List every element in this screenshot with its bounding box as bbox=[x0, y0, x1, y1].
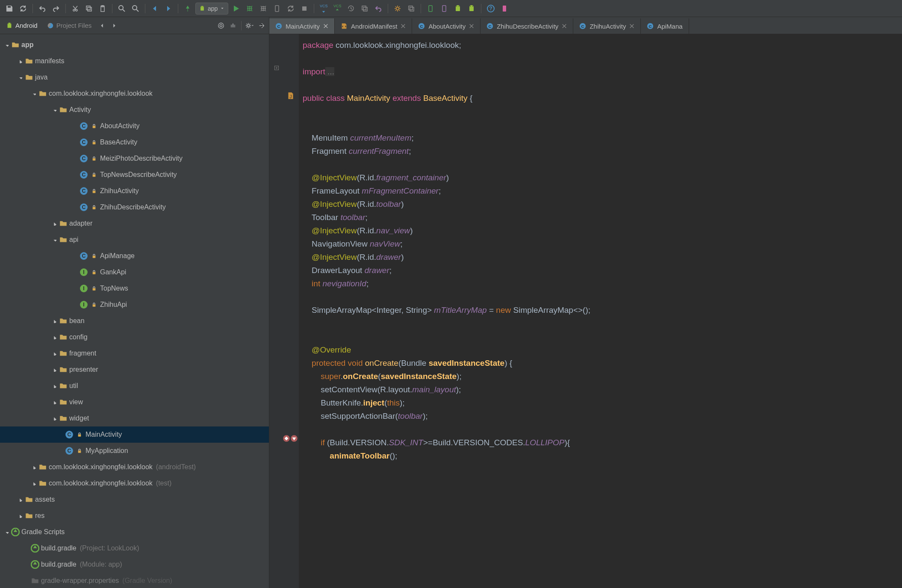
tree-node-build-gradle-project[interactable]: build.gradle(Project: LookLook) bbox=[0, 540, 269, 556]
hide-panel-button[interactable] bbox=[256, 20, 267, 31]
save-button[interactable] bbox=[3, 3, 15, 15]
tree-node-manifests[interactable]: manifests bbox=[0, 53, 269, 69]
debug-button[interactable] bbox=[244, 3, 256, 15]
tree-node-package-main[interactable]: com.looklook.xinghongfei.looklook bbox=[0, 85, 269, 102]
close-icon[interactable] bbox=[629, 24, 634, 29]
tab-manifest[interactable]: AndroidManifest bbox=[335, 18, 412, 34]
close-icon[interactable] bbox=[323, 24, 328, 29]
tree-node-fragment[interactable]: fragment bbox=[0, 345, 269, 362]
separator bbox=[481, 4, 481, 13]
tab-mainactivity[interactable]: CMainActivity bbox=[269, 18, 335, 34]
tree-label: widget bbox=[69, 415, 89, 422]
tree-node-app[interactable]: app bbox=[0, 37, 269, 53]
device-button[interactable] bbox=[438, 3, 450, 15]
run-button[interactable] bbox=[230, 3, 242, 15]
impl-down-icon[interactable] bbox=[290, 434, 298, 443]
tree-node-view[interactable]: view bbox=[0, 394, 269, 410]
tab-apimana[interactable]: CApiMana bbox=[641, 18, 689, 34]
tree-node-topnews-activity[interactable]: TopNewsDescribeActivity bbox=[0, 167, 269, 183]
sync-button[interactable] bbox=[17, 3, 29, 15]
rerun-button[interactable] bbox=[285, 3, 297, 15]
tree-node-zhihu-activity[interactable]: ZhihuActivity bbox=[0, 183, 269, 199]
separator bbox=[314, 4, 314, 13]
tree-node-zhihudesc-activity[interactable]: ZhihuDescribeActivity bbox=[0, 199, 269, 215]
device-monitor-button[interactable] bbox=[498, 3, 510, 15]
view-settings-button[interactable] bbox=[244, 20, 255, 31]
tree-node-package-test[interactable]: com.looklook.xinghongfei.looklook(test) bbox=[0, 475, 269, 491]
run-config-selector[interactable]: app bbox=[195, 3, 228, 15]
scroll-right-button[interactable] bbox=[109, 20, 120, 31]
tree-node-gradle-wrapper[interactable]: gradle-wrapper.properties(Gradle Version… bbox=[0, 573, 269, 588]
close-icon[interactable] bbox=[469, 24, 474, 29]
tab-android[interactable]: Android bbox=[2, 19, 42, 32]
fold-icon[interactable] bbox=[274, 65, 280, 71]
tab-zhihudesc[interactable]: CZhihuDescribeActivity bbox=[480, 18, 573, 34]
tree-node-about-activity[interactable]: AboutActivity bbox=[0, 118, 269, 134]
tree-node-gradle-scripts[interactable]: Gradle Scripts bbox=[0, 524, 269, 540]
tree-node-presenter[interactable]: presenter bbox=[0, 362, 269, 378]
copy-button[interactable] bbox=[83, 3, 95, 15]
project-structure-button[interactable] bbox=[392, 3, 404, 15]
project-tree: app manifests java com.looklook.xinghong… bbox=[0, 34, 269, 588]
find-button[interactable] bbox=[116, 3, 128, 15]
tree-node-api[interactable]: api bbox=[0, 232, 269, 248]
tree-node-bean[interactable]: bean bbox=[0, 313, 269, 329]
tree-node-base-activity[interactable]: BaseActivity bbox=[0, 134, 269, 150]
nav-forward-button[interactable] bbox=[162, 3, 174, 15]
tree-node-java[interactable]: java bbox=[0, 69, 269, 85]
tree-node-mainactivity[interactable]: MainActivity bbox=[0, 426, 269, 443]
tab-zhihu[interactable]: CZhihuActivity bbox=[573, 18, 641, 34]
code-editor[interactable]: package com.looklook.xinghongfei.lookloo… bbox=[299, 34, 902, 588]
tree-suffix: (Module: app) bbox=[80, 561, 122, 568]
cut-button[interactable] bbox=[69, 3, 81, 15]
scroll-left-button[interactable] bbox=[97, 20, 108, 31]
tree-node-topnews-iface[interactable]: TopNews bbox=[0, 280, 269, 297]
vcs-history-button[interactable] bbox=[345, 3, 357, 15]
help-button[interactable] bbox=[485, 3, 497, 15]
collapse-all-button[interactable] bbox=[227, 20, 239, 31]
paste-button[interactable] bbox=[97, 3, 109, 15]
tab-about[interactable]: CAboutActivity bbox=[412, 18, 480, 34]
sdk-manager-button[interactable] bbox=[466, 3, 478, 15]
sync-gradle-button[interactable] bbox=[405, 3, 417, 15]
avd-button[interactable] bbox=[424, 3, 436, 15]
tree-node-build-gradle-module[interactable]: build.gradle(Module: app) bbox=[0, 556, 269, 573]
nav-back-button[interactable] bbox=[149, 3, 161, 15]
undo-button[interactable] bbox=[36, 3, 48, 15]
tree-node-activity[interactable]: Activity bbox=[0, 102, 269, 118]
stop-button[interactable] bbox=[298, 3, 310, 15]
tab-android-label: Android bbox=[15, 22, 38, 29]
tree-node-gankapi[interactable]: GankApi bbox=[0, 264, 269, 280]
tree-node-assets[interactable]: assets bbox=[0, 491, 269, 508]
tab-project-files[interactable]: Project Files bbox=[43, 19, 96, 32]
tree-node-apimanage[interactable]: ApiManage bbox=[0, 248, 269, 264]
tree-node-res[interactable]: res bbox=[0, 508, 269, 524]
replace-button[interactable] bbox=[130, 3, 141, 15]
tree-node-util[interactable]: util bbox=[0, 378, 269, 394]
java-file-icon[interactable] bbox=[286, 91, 295, 100]
vcs-commit-button[interactable]: VCS bbox=[331, 3, 343, 15]
tree-label: fragment bbox=[69, 350, 96, 357]
vcs-update-button[interactable]: VCS bbox=[318, 3, 330, 15]
tree-node-package-androidtest[interactable]: com.looklook.xinghongfei.looklook(androi… bbox=[0, 459, 269, 475]
tree-node-myapplication[interactable]: MyApplication bbox=[0, 443, 269, 459]
make-button[interactable] bbox=[182, 3, 194, 15]
profile-button[interactable] bbox=[257, 3, 269, 15]
close-icon[interactable] bbox=[401, 24, 406, 29]
editor-gutter[interactable] bbox=[269, 34, 299, 588]
tree-node-zhihuapi[interactable]: ZhihuApi bbox=[0, 297, 269, 313]
tree-node-meizi-activity[interactable]: MeiziPhotoDescribeActivity bbox=[0, 150, 269, 167]
attach-debugger-button[interactable] bbox=[271, 3, 283, 15]
tree-node-config[interactable]: config bbox=[0, 329, 269, 345]
override-up-icon[interactable] bbox=[282, 434, 291, 443]
tree-node-adapter[interactable]: adapter bbox=[0, 215, 269, 232]
android-icon bbox=[199, 6, 205, 12]
close-icon[interactable] bbox=[562, 24, 567, 29]
vcs-diff-button[interactable] bbox=[359, 3, 371, 15]
redo-button[interactable] bbox=[50, 3, 62, 15]
sdk-button[interactable] bbox=[452, 3, 464, 15]
target-button[interactable] bbox=[215, 20, 227, 31]
tree-node-widget[interactable]: widget bbox=[0, 410, 269, 426]
separator bbox=[112, 4, 112, 13]
vcs-revert-button[interactable] bbox=[372, 3, 384, 15]
